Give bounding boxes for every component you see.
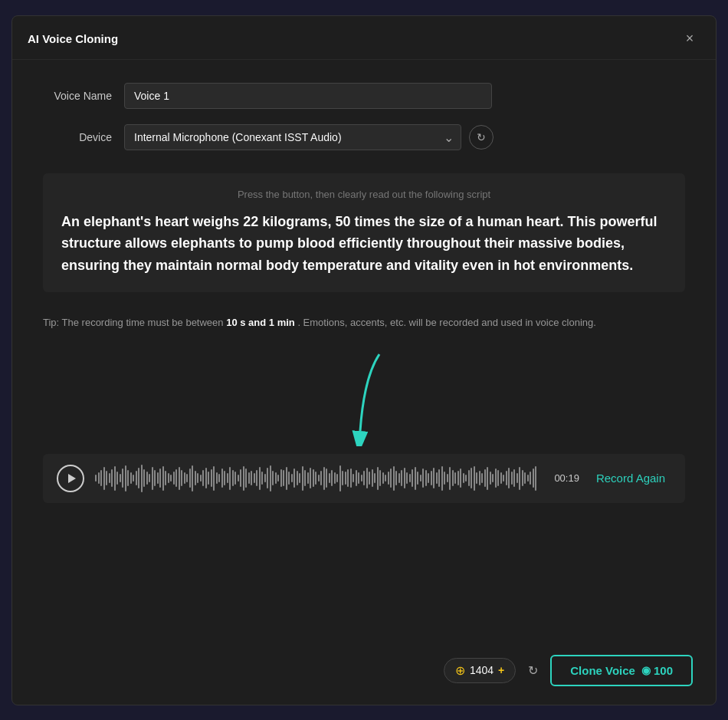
tip-highlight: 10 s and 1 min bbox=[226, 317, 295, 328]
script-box: Press the button, then clearly read out … bbox=[43, 173, 685, 292]
tip-suffix: . Emotions, accents, etc. will be record… bbox=[295, 317, 596, 328]
clone-voice-button[interactable]: Clone Voice ◉ 100 bbox=[550, 655, 693, 686]
voice-name-label: Voice Name bbox=[43, 90, 112, 102]
clone-cost-amount: 100 bbox=[654, 664, 673, 677]
refresh-credits-button[interactable]: ↻ bbox=[525, 660, 541, 681]
voice-name-input[interactable] bbox=[124, 83, 492, 109]
script-hint: Press the button, then clearly read out … bbox=[61, 189, 667, 200]
credits-plus: + bbox=[498, 664, 504, 676]
dialog-title: AI Voice Cloning bbox=[28, 32, 118, 45]
device-select-wrapper: Internal Microphone (Conexant ISST Audio… bbox=[124, 124, 461, 150]
tip-text: Tip: The recording time must be between … bbox=[43, 315, 685, 331]
arrow-area bbox=[43, 347, 685, 439]
script-text: An elephant's heart weighs 22 kilograms,… bbox=[61, 211, 667, 277]
device-select[interactable]: Internal Microphone (Conexant ISST Audio… bbox=[124, 124, 461, 150]
record-again-button[interactable]: Record Again bbox=[590, 468, 671, 488]
clone-cost-icon: ◉ bbox=[641, 664, 651, 676]
close-button[interactable]: × bbox=[679, 28, 700, 50]
waveform bbox=[95, 465, 538, 492]
dialog-footer: ⊕ 1404 + ↻ Clone Voice ◉ 100 bbox=[12, 639, 716, 705]
audio-player: 00:19 Record Again bbox=[43, 454, 685, 503]
refresh-device-button[interactable]: ↻ bbox=[469, 125, 494, 150]
credits-badge: ⊕ 1404 + bbox=[444, 658, 516, 683]
clone-voice-label: Clone Voice bbox=[570, 664, 635, 677]
device-controls: Internal Microphone (Conexant ISST Audio… bbox=[124, 124, 494, 150]
dialog-header: AI Voice Cloning × bbox=[12, 16, 716, 60]
credits-icon: ⊕ bbox=[455, 663, 465, 678]
dialog-body: Voice Name Device Internal Microphone (C… bbox=[12, 60, 716, 639]
play-button[interactable] bbox=[57, 465, 84, 492]
credits-amount: 1404 bbox=[470, 664, 494, 676]
clone-cost-display: ◉ 100 bbox=[641, 664, 673, 677]
arrow-icon bbox=[318, 347, 410, 446]
voice-name-row: Voice Name bbox=[43, 83, 685, 109]
time-display: 00:19 bbox=[549, 472, 579, 484]
device-row: Device Internal Microphone (Conexant ISS… bbox=[43, 124, 685, 150]
ai-voice-cloning-dialog: AI Voice Cloning × Voice Name Device Int… bbox=[11, 15, 717, 705]
device-label: Device bbox=[43, 131, 112, 143]
tip-prefix: Tip: The recording time must be between bbox=[43, 317, 226, 328]
